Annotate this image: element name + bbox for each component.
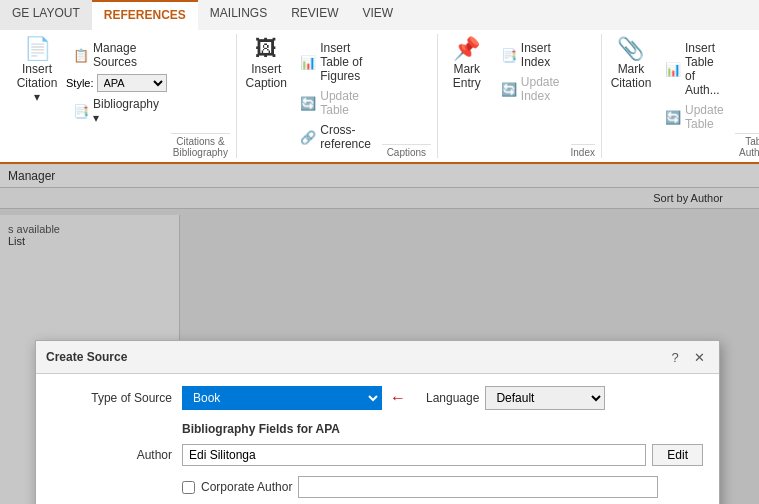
arrow-indicator: ← [390, 389, 406, 407]
insert-citation-icon: 📄 [24, 38, 51, 60]
tab-review[interactable]: REVIEW [279, 0, 350, 30]
bibliography-section-label: Bibliography Fields for APA [52, 422, 703, 436]
insert-table-of-auth-button[interactable]: 📊 Insert Table of Auth... [658, 38, 731, 100]
corporate-author-input[interactable] [298, 476, 658, 498]
update-table-toa-button[interactable]: 🔄 Update Table [658, 100, 731, 134]
citations-group-label: Citations & Bibliography [171, 133, 231, 158]
mark-citation-button[interactable]: 📎 MarkCitation [608, 34, 654, 158]
toa-group-label: Table of Authorities [735, 133, 759, 158]
tab-mailings[interactable]: MAILINGS [198, 0, 279, 30]
manage-sources-button[interactable]: 📋 Manage Sources [66, 38, 167, 72]
dialog-title-text: Create Source [46, 350, 127, 364]
style-select[interactable]: APA [97, 74, 167, 92]
author-field-label: Author [52, 448, 182, 462]
language-label: Language [426, 391, 479, 405]
tab-ge-layout[interactable]: GE LAYOUT [0, 0, 92, 30]
insert-table-of-figures-button[interactable]: 📊 Insert Table of Figures [293, 38, 378, 86]
insert-citation-button[interactable]: 📄 InsertCitation ▾ [10, 34, 65, 108]
bibliography-button[interactable]: 📑 Bibliography ▾ [66, 94, 167, 128]
source-type-select[interactable]: Book [182, 386, 382, 410]
language-select[interactable]: Default [485, 386, 605, 410]
dialog-titlebar: Create Source ? ✕ [36, 341, 719, 374]
author-input[interactable] [182, 444, 646, 466]
insert-caption-button[interactable]: 🖼 InsertCaption [243, 34, 289, 158]
tab-references[interactable]: REFERENCES [92, 0, 198, 30]
corporate-author-checkbox[interactable] [182, 481, 195, 494]
create-source-dialog: Create Source ? ✕ Type of Source Book ← … [35, 340, 720, 504]
edit-button[interactable]: Edit [652, 444, 703, 466]
type-of-source-label: Type of Source [52, 391, 182, 405]
cross-reference-button[interactable]: 🔗 Cross-reference [293, 120, 378, 154]
update-table-captions-button[interactable]: 🔄 Update Table [293, 86, 378, 120]
dialog-help-button[interactable]: ? [665, 347, 685, 367]
index-group-label: Index [571, 144, 595, 158]
update-index-button[interactable]: 🔄 Update Index [494, 72, 567, 106]
mark-entry-button[interactable]: 📌 MarkEntry [444, 34, 490, 158]
captions-group-label: Captions [382, 144, 431, 158]
dialog-close-button[interactable]: ✕ [689, 347, 709, 367]
corporate-author-label: Corporate Author [201, 480, 292, 494]
tab-view[interactable]: VIEW [351, 0, 406, 30]
insert-index-button[interactable]: 📑 Insert Index [494, 38, 567, 72]
